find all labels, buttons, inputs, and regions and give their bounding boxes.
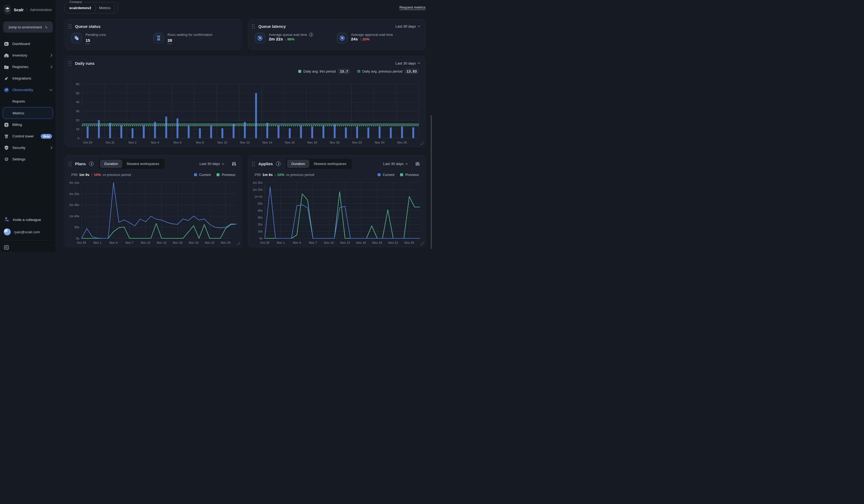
shield-icon (4, 145, 9, 150)
applies-card: Applies i DurationSlowest workspaces Las… (248, 155, 425, 247)
svg-text:10: 10 (76, 127, 79, 131)
sidebar-item-billing[interactable]: $Billing (0, 119, 56, 131)
drag-handle-icon[interactable] (251, 24, 255, 29)
svg-text:2m 30s: 2m 30s (69, 203, 79, 207)
sidebar: Scalr | Administration Jump to environme… (0, 0, 56, 252)
breadcrumb[interactable]: Company scalrdemov2 Metrics (64, 2, 118, 13)
sidebar-item-label: Reports (12, 99, 52, 103)
observability-icon (4, 87, 9, 93)
sidebar-item-label: Inventory (12, 53, 47, 57)
warehouse-icon (4, 53, 9, 58)
svg-text:Nov 13: Nov 13 (340, 241, 350, 244)
info-icon[interactable]: i (89, 161, 94, 166)
sidebar-item-integrations[interactable]: Integrations (0, 73, 56, 84)
stat-value: 15 (85, 38, 90, 44)
applies-period-dropdown[interactable]: Last 30 days (383, 162, 408, 166)
plans-period-dropdown[interactable]: Last 30 days (200, 162, 224, 166)
sidebar-item-settings[interactable]: ⚙Settings (0, 153, 56, 165)
resize-grip[interactable] (237, 242, 240, 245)
stat-value: 24s (351, 37, 358, 41)
legend-value: 13.93 (404, 69, 419, 74)
breadcrumb-page[interactable]: Metrics (99, 6, 111, 10)
drag-handle-icon[interactable] (68, 61, 72, 66)
svg-text:20: 20 (76, 119, 79, 122)
scrollbar-thumb[interactable] (431, 115, 432, 249)
svg-text:Nov 22: Nov 22 (352, 141, 362, 144)
sidebar-nav: DashboardInventoryRegistriesIntegrations… (0, 38, 56, 165)
info-icon[interactable]: i (309, 33, 313, 37)
pending-runs-icon (71, 33, 82, 44)
sidebar-item-control-tower[interactable]: Control towerBeta (0, 131, 56, 142)
breadcrumb-company[interactable]: scalrdemov2 (69, 6, 92, 10)
legend-item[interactable]: Daily avg. this period15.7 (298, 69, 350, 74)
queue-latency-period-dropdown[interactable]: Last 30 days (395, 24, 420, 28)
tab-slowest-workspaces[interactable]: Slowest workspaces (122, 160, 164, 168)
chevron-right-icon (49, 65, 52, 68)
brand-name: Scalr (14, 8, 24, 12)
legend-swatch-icon (298, 70, 301, 73)
legend-label: Daily avg. this period (303, 69, 336, 73)
queue-latency-title: Queue latency (258, 24, 286, 29)
svg-text:50s: 50s (74, 225, 79, 229)
drag-handle-icon[interactable] (251, 161, 255, 167)
legend-item[interactable]: Daily avg. previous period13.93 (357, 69, 419, 74)
applies-title: Applies (258, 161, 273, 166)
jump-arrow-icon: ↳ (45, 25, 48, 29)
breadcrumb-end-icon (113, 4, 116, 12)
user-menu[interactable]: ryan@scalr.com (0, 226, 56, 238)
sidebar-item-observability[interactable]: Observability (0, 84, 56, 96)
drag-handle-icon[interactable] (68, 24, 72, 29)
check-history-icon (337, 33, 348, 44)
invite-colleague-button[interactable]: Invite a colleague (0, 214, 56, 226)
drag-handle-icon[interactable] (68, 161, 72, 167)
sidebar-item-label: Dashboard (12, 42, 52, 46)
gear-icon: ⚙ (4, 157, 9, 162)
sidebar-item-inventory[interactable]: Inventory (0, 50, 56, 61)
sidebar-item-label: Settings (12, 157, 52, 161)
legend-item[interactable]: Previous (217, 173, 235, 177)
daily-runs-period-dropdown[interactable]: Last 30 days (395, 61, 420, 65)
sidebar-item-security[interactable]: Security (0, 142, 56, 153)
svg-text:Nov 4: Nov 4 (151, 141, 159, 144)
resize-grip[interactable] (420, 242, 423, 245)
legend-swatch-icon (377, 173, 381, 176)
legend-item[interactable]: Current (377, 173, 394, 177)
resize-grip[interactable] (420, 142, 423, 145)
sidebar-item-metrics[interactable]: Metrics (3, 107, 53, 119)
svg-text:Nov 6: Nov 6 (173, 141, 181, 144)
info-icon[interactable]: i (276, 161, 280, 166)
chevron-down-icon (418, 62, 420, 64)
legend-label: Previous (221, 173, 235, 177)
legend-label: Daily avg. previous period (362, 69, 403, 73)
collapse-sidebar-button[interactable] (0, 243, 56, 252)
legend-item[interactable]: Previous (400, 173, 419, 177)
sidebar-item-registries[interactable]: Registries (0, 61, 56, 73)
clock-history-icon (255, 33, 265, 44)
p95-suffix: vs previous period (286, 173, 314, 177)
tab-duration[interactable]: Duration (100, 160, 122, 168)
sidebar-item-dashboard[interactable]: Dashboard (0, 38, 56, 50)
jump-to-environment-button[interactable]: Jump to environment ↳ (3, 22, 53, 33)
svg-text:Nov 14: Nov 14 (262, 141, 272, 144)
applies-filters-button[interactable] (415, 161, 420, 166)
legend-label: Previous (405, 173, 419, 177)
applies-chart: 0s10s20s30s40s50s1m 0s1m 10s1m 20sOct 29… (250, 180, 423, 245)
dashboard-icon (4, 41, 9, 47)
chevron-down-icon (222, 162, 225, 165)
svg-text:Nov 22: Nov 22 (388, 241, 398, 244)
sidebar-item-reports[interactable]: Reports (0, 96, 56, 107)
daily-runs-chart: 0102030405060Oct 29Oct 31Nov 2Nov 4Nov 6… (67, 82, 423, 145)
plans-filters-button[interactable] (231, 161, 236, 166)
stat-clock-history: Average queue wait timei2m 22s↓ 98% (255, 33, 337, 44)
legend-item[interactable]: Current (194, 173, 211, 177)
tab-duration[interactable]: Duration (287, 160, 309, 168)
plans-title: Plans (75, 161, 86, 166)
p95-value: 1m 6s (262, 173, 273, 177)
tab-slowest-workspaces[interactable]: Slowest workspaces (309, 160, 350, 168)
request-metrics-link[interactable]: Request metrics (399, 5, 425, 9)
svg-text:40: 40 (76, 100, 79, 103)
chevron-right-icon (49, 146, 52, 149)
svg-text:20s: 20s (257, 223, 263, 226)
svg-text:0s: 0s (76, 237, 79, 240)
stat-value: 28 (168, 38, 172, 44)
